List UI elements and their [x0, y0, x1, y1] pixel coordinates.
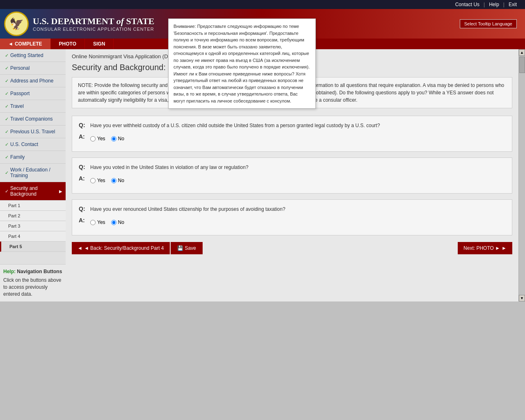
back-arrow-icon: ◄: [78, 245, 82, 251]
help-link[interactable]: Help: [489, 2, 499, 7]
sidebar-sub-part3[interactable]: Part 3: [0, 221, 66, 231]
q-label-1: Q:: [79, 122, 87, 128]
sidebar-item-personal[interactable]: ✓ Personal: [0, 62, 66, 75]
next-arrow-icon: ►: [502, 245, 507, 251]
a-label-2: A:: [79, 175, 87, 182]
sidebar-item-passport[interactable]: ✓ Passport: [0, 87, 66, 100]
check-icon: ✓: [5, 155, 9, 160]
sidebar-item-getting-started[interactable]: ✓ Getting Started: [0, 49, 66, 62]
sidebar-sub-part2[interactable]: Part 2: [0, 211, 66, 221]
save-icon: 💾: [177, 245, 183, 251]
scroll-down-arrow[interactable]: ▼: [519, 295, 525, 301]
radio-yes-1[interactable]: Yes: [90, 136, 105, 142]
scroll-up-arrow[interactable]: ▲: [519, 49, 525, 56]
tab-sign[interactable]: SIGN: [85, 39, 114, 49]
sidebar-sub-part1[interactable]: Part 1: [0, 201, 66, 211]
department-name: U.S. DEPARTMENT of STATE: [33, 16, 155, 27]
radio-no-3[interactable]: No: [111, 219, 124, 225]
help-text: Click on the buttons above to access pre…: [3, 277, 62, 297]
sidebar-item-previous-us-travel[interactable]: ✓ Previous U.S. Travel: [0, 126, 66, 138]
tab-photo[interactable]: PHOTO: [51, 39, 85, 49]
a-label-3: A:: [79, 217, 87, 224]
check-icon: ✓: [5, 142, 9, 147]
tooltip-language-button[interactable]: Select Tooltip Language: [460, 19, 517, 28]
sidebar-item-travel[interactable]: ✓ Travel: [0, 100, 66, 113]
button-bar: ◄ ◄ Back: Security/Background Part 4 💾 S…: [72, 242, 512, 254]
sidebar-item-security-background[interactable]: ✓ Security and Background ▶: [0, 182, 66, 201]
check-icon: ✓: [5, 170, 9, 176]
tab-complete[interactable]: ◄ COMPLETE: [0, 39, 51, 49]
save-button[interactable]: 💾 Save: [171, 242, 203, 254]
q-text-3: Have you ever renounced United States ci…: [90, 205, 285, 213]
check-icon: ✓: [5, 104, 9, 109]
question-block-1: Q: Have you ever withheld custody of a U…: [72, 116, 512, 152]
q-label-2: Q:: [79, 164, 87, 170]
radio-yes-3[interactable]: Yes: [90, 219, 105, 225]
check-icon: ✓: [5, 189, 9, 194]
sidebar-item-travel-companions[interactable]: ✓ Travel Companions: [0, 113, 66, 126]
next-button[interactable]: Next: PHOTO ► ►: [458, 242, 512, 254]
sidebar-item-address-phone[interactable]: ✓ Address and Phone: [0, 75, 66, 87]
check-icon: ✓: [5, 53, 9, 58]
back-button[interactable]: ◄ ◄ Back: Security/Background Part 4: [72, 242, 170, 254]
sidebar-sub-part4[interactable]: Part 4: [0, 231, 66, 242]
state-department-seal: 🦅: [4, 11, 29, 36]
contact-us-link[interactable]: Contact Us: [455, 2, 479, 7]
q-label-3: Q:: [79, 205, 87, 212]
question-block-2: Q: Have you voted in the United States i…: [72, 158, 512, 194]
check-icon: ✓: [5, 91, 9, 96]
radio-input-no-2[interactable]: [111, 178, 116, 183]
check-icon: ✓: [5, 129, 9, 135]
q-text-2: Have you voted in the United States in v…: [90, 164, 249, 171]
tooltip-text: Внимание: Предоставьте следующую информа…: [173, 24, 310, 103]
sidebar-item-us-contact[interactable]: ✓ U.S. Contact: [0, 138, 66, 151]
radio-no-1[interactable]: No: [111, 136, 124, 142]
sidebar: ✓ Getting Started ✓ Personal ✓ Address a…: [0, 49, 66, 301]
radio-no-2[interactable]: No: [111, 178, 124, 183]
sidebar-item-family[interactable]: ✓ Family: [0, 151, 66, 164]
center-name: CONSULAR ELECTRONIC APPLICATION CENTER: [33, 27, 155, 32]
top-bar: Contact Us | Help | Exit: [0, 0, 525, 9]
help-box: Help: Navigation Buttons Click on the bu…: [0, 264, 66, 301]
radio-input-yes-2[interactable]: [90, 178, 96, 183]
radio-input-yes-3[interactable]: [90, 220, 96, 225]
scrollbar[interactable]: ▲ ▼: [518, 49, 525, 301]
expand-arrow-icon: ▶: [59, 189, 62, 194]
a-label-1: A:: [79, 133, 87, 140]
check-icon: ✓: [5, 78, 9, 84]
check-icon: ✓: [5, 116, 9, 122]
tab-complete-arrow: ◄: [8, 41, 13, 47]
q-text-1: Have you ever withheld custody of a U.S.…: [90, 122, 380, 129]
radio-yes-2[interactable]: Yes: [90, 178, 105, 183]
sidebar-sub-part5[interactable]: Part 5: [0, 242, 66, 252]
scroll-thumb[interactable]: [519, 57, 525, 73]
question-block-3: Q: Have you ever renounced United States…: [72, 199, 512, 235]
help-title: Help: Navigation Buttons: [3, 269, 62, 274]
tooltip-overlay: Внимание: Предоставьте следующую информа…: [168, 18, 316, 109]
sidebar-item-work-education[interactable]: ✓ Work / Education / Training: [0, 164, 66, 182]
radio-input-yes-1[interactable]: [90, 136, 96, 142]
exit-link[interactable]: Exit: [509, 2, 517, 7]
radio-input-no-3[interactable]: [111, 220, 116, 225]
radio-input-no-1[interactable]: [111, 136, 116, 142]
check-icon: ✓: [5, 66, 9, 71]
